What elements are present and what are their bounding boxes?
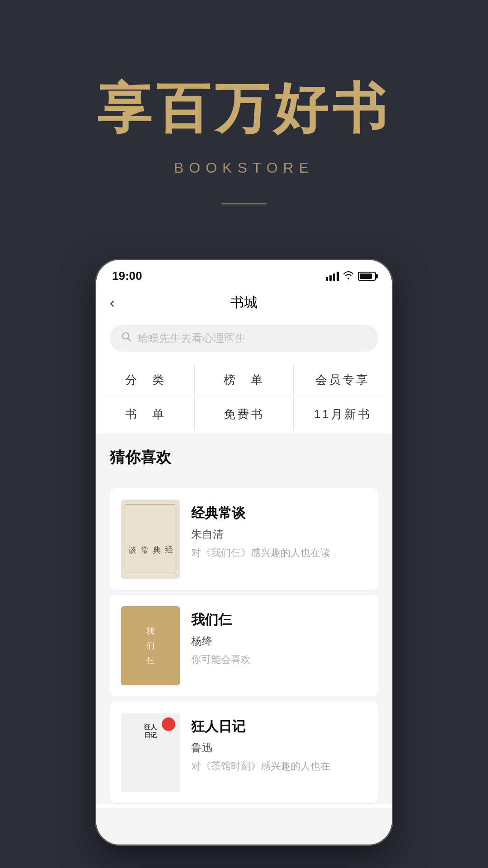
battery-icon xyxy=(358,272,376,281)
search-placeholder-text: 蛤蟆先生去看心理医生 xyxy=(137,331,246,345)
signal-bar-2 xyxy=(329,275,332,281)
signal-icon xyxy=(326,272,339,281)
phone-container: 19:00 xyxy=(0,259,488,868)
hero-subtitle: BOOKSTORE xyxy=(174,160,314,176)
signal-bar-1 xyxy=(326,277,328,281)
status-icons xyxy=(326,270,376,282)
status-bar: 19:00 xyxy=(96,260,392,288)
bottom-area xyxy=(96,808,392,844)
book-desc-2: 你可能会喜欢 xyxy=(191,653,367,666)
category-item-free[interactable]: 免费书 xyxy=(195,397,293,431)
book-author-1: 朱自清 xyxy=(191,527,367,542)
book-cover-red-dot xyxy=(162,717,175,731)
section-title: 猜你喜欢 xyxy=(110,447,378,468)
wifi-icon xyxy=(343,270,354,282)
category-item-shudan[interactable]: 书 单 xyxy=(96,397,195,431)
book-cover-text-2: 我们仨 xyxy=(146,624,155,668)
book-item-2[interactable]: 我们仨 我们仨 杨绛 你可能会喜欢 xyxy=(110,595,378,697)
category-item-fenlei[interactable]: 分 类 xyxy=(96,363,195,397)
book-author-3: 鲁迅 xyxy=(191,741,367,755)
book-item-3[interactable]: 狂人日记 狂人日记 鲁迅 对《茶馆时刻》感兴趣的人也在 xyxy=(110,702,378,804)
book-list: 经典常谈 经典常谈 朱自清 对《我们仨》感兴趣的人也在读 我们仨 我们仨 杨绛 … xyxy=(96,488,392,804)
book-desc-1: 对《我们仨》感兴趣的人也在读 xyxy=(191,546,367,560)
search-container: 蛤蟆先生去看心理医生 xyxy=(96,318,392,359)
nav-bar: ‹ 书城 xyxy=(96,288,392,318)
back-button[interactable]: ‹ xyxy=(110,294,115,311)
category-item-vip[interactable]: 会员专享 xyxy=(294,363,392,397)
search-icon xyxy=(121,331,132,345)
book-cover-1: 经典常谈 xyxy=(121,500,180,579)
battery-fill xyxy=(360,274,372,279)
book-title-3: 狂人日记 xyxy=(191,717,367,736)
book-cover-3: 狂人日记 xyxy=(121,713,180,792)
book-info-1: 经典常谈 朱自清 对《我们仨》感兴趣的人也在读 xyxy=(191,500,367,560)
category-item-bangdan[interactable]: 榜 单 xyxy=(195,363,293,397)
book-desc-3: 对《茶馆时刻》感兴趣的人也在 xyxy=(191,760,367,773)
phone-mockup: 19:00 xyxy=(95,259,393,846)
book-author-2: 杨绛 xyxy=(191,634,367,648)
hero-divider xyxy=(221,203,267,204)
book-cover-text-3: 狂人日记 xyxy=(144,723,157,740)
category-row-2: 书 单 免费书 11月新书 xyxy=(96,397,392,431)
recommend-section: 猜你喜欢 xyxy=(96,434,392,488)
book-title-2: 我们仨 xyxy=(191,611,367,629)
search-bar[interactable]: 蛤蟆先生去看心理医生 xyxy=(110,325,378,352)
book-info-3: 狂人日记 鲁迅 对《茶馆时刻》感兴趣的人也在 xyxy=(191,713,367,773)
category-row-1: 分 类 榜 单 会员专享 xyxy=(96,363,392,397)
signal-bar-4 xyxy=(337,272,339,281)
book-info-2: 我们仨 杨绛 你可能会喜欢 xyxy=(191,606,367,666)
svg-line-1 xyxy=(128,339,131,341)
category-nav: 分 类 榜 单 会员专享 书 单 免费书 11月新书 xyxy=(96,359,392,434)
nav-title: 书城 xyxy=(230,293,258,312)
status-time: 19:00 xyxy=(112,269,142,283)
book-cover-2: 我们仨 xyxy=(121,606,180,685)
book-item-1[interactable]: 经典常谈 经典常谈 朱自清 对《我们仨》感兴趣的人也在读 xyxy=(110,488,378,590)
signal-bar-3 xyxy=(333,274,335,281)
hero-section: 享百万好书 BOOKSTORE xyxy=(0,0,488,241)
category-item-newbooks[interactable]: 11月新书 xyxy=(294,397,392,431)
book-title-1: 经典常谈 xyxy=(191,504,367,523)
book-cover-inner-1: 经典常谈 xyxy=(126,504,175,574)
hero-title: 享百万好书 xyxy=(97,72,391,146)
